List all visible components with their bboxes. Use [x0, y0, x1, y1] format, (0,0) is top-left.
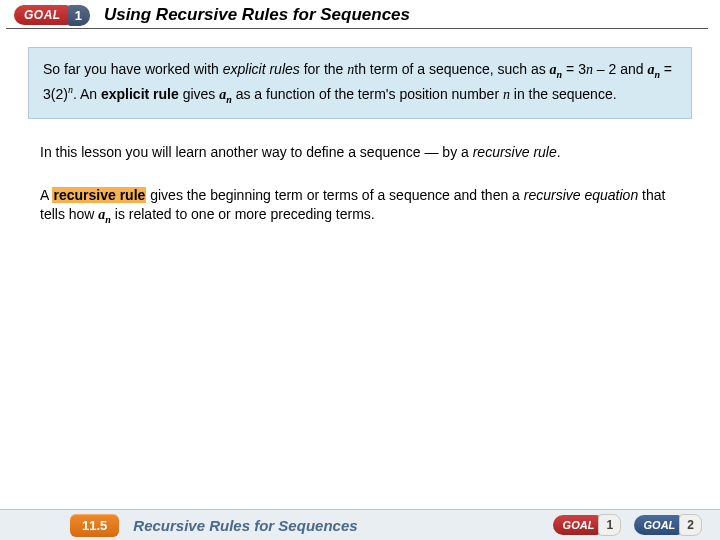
text: is related to one or more preceding term… — [111, 206, 375, 222]
goal-label: GOAL — [14, 5, 69, 25]
math-var: a — [550, 62, 557, 77]
math-var: n — [503, 87, 510, 102]
goal-number: 1 — [67, 5, 90, 26]
footer-goal1-label[interactable]: GOAL — [553, 515, 601, 535]
text: So far you have worked with — [43, 61, 223, 77]
text: In this lesson you will learn another wa… — [40, 144, 473, 160]
text: A — [40, 187, 52, 203]
text: th — [354, 61, 366, 77]
text: – 2 and — [593, 61, 648, 77]
text: term of a sequence, such as — [366, 61, 550, 77]
header-bar: GOAL 1 Using Recursive Rules for Sequenc… — [6, 0, 708, 29]
text: as a function of the term's position num… — [232, 86, 503, 102]
text: gives the beginning term or terms of a s… — [146, 187, 523, 203]
section-badge: 11.5 — [70, 514, 119, 537]
text: in the sequence. — [510, 86, 617, 102]
goal-badge: GOAL 1 — [14, 2, 90, 28]
footer-goal2-num[interactable]: 2 — [679, 514, 702, 536]
paragraph-2: A recursive rule gives the beginning ter… — [40, 186, 680, 226]
footer-goal2-label[interactable]: GOAL — [634, 515, 682, 535]
math-var: n — [586, 62, 593, 77]
text: explicit rule — [101, 86, 179, 102]
intro-box: So far you have worked with explicit rul… — [28, 47, 692, 119]
footer-goal1-num[interactable]: 1 — [598, 514, 621, 536]
page-title: Using Recursive Rules for Sequences — [104, 5, 410, 25]
text: explicit rules — [223, 61, 300, 77]
text: = 3 — [562, 61, 586, 77]
text: recursive equation — [524, 187, 638, 203]
highlight-term: recursive rule — [52, 187, 146, 203]
text: . — [557, 144, 561, 160]
footer-title: Recursive Rules for Sequences — [133, 517, 552, 534]
footer-nav: GOAL1 GOAL2 — [553, 514, 702, 536]
text: . An — [73, 86, 101, 102]
text: for the — [300, 61, 347, 77]
text: recursive rule — [473, 144, 557, 160]
paragraph-1: In this lesson you will learn another wa… — [40, 143, 680, 162]
text: gives — [179, 86, 219, 102]
footer-bar: 11.5 Recursive Rules for Sequences GOAL1… — [0, 509, 720, 540]
